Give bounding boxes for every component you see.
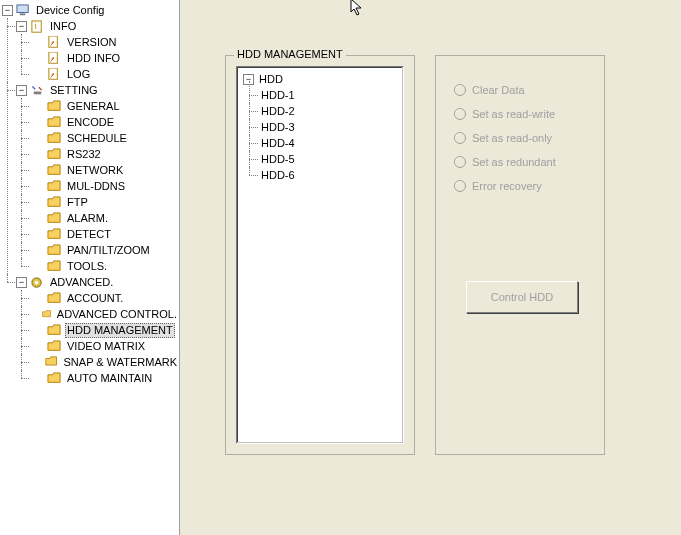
app-root: − Device Config − i (0, 0, 681, 535)
svg-rect-0 (17, 5, 28, 13)
hdd-leaf[interactable]: HDD-6 (259, 167, 399, 183)
hdd-leaf[interactable]: HDD-1 (259, 87, 399, 103)
radio-icon (454, 180, 466, 192)
tree-leaf[interactable]: MUL-DDNS (30, 178, 179, 194)
tree-leaf[interactable]: TOOLS. (30, 258, 179, 274)
action-radio[interactable]: Clear Data (454, 84, 604, 96)
tree-node-info[interactable]: − i INFO (16, 18, 179, 34)
info-icon: i (30, 20, 45, 32)
hdd-leaf[interactable]: HDD-4 (259, 135, 399, 151)
spacer (30, 325, 44, 336)
tree-leaf[interactable]: NETWORK (30, 162, 179, 178)
hdd-label: HDD-3 (259, 121, 297, 133)
collapse-icon[interactable]: − (16, 85, 27, 96)
action-radio[interactable]: Set as read-only (454, 132, 604, 144)
tree-leaf[interactable]: ACCOUNT. (30, 290, 179, 306)
radio-label: Set as read-write (472, 108, 555, 120)
tree-leaf[interactable]: AUTO MAINTAIN (30, 370, 179, 386)
radio-icon (454, 84, 466, 96)
tree-label: FTP (65, 196, 90, 208)
content-pane: HDD MANAGEMENT − HDD HDD-1 HDD-2 (180, 0, 681, 535)
folder-icon (47, 212, 62, 224)
radio-icon (454, 132, 466, 144)
tree-leaf[interactable]: RS232 (30, 146, 179, 162)
tree-children-setting: GENERAL ENCODE SCHEDULE RS232 (16, 98, 179, 274)
hdd-leaf[interactable]: HDD-5 (259, 151, 399, 167)
nav-tree[interactable]: − Device Config − i (0, 2, 179, 386)
tree-leaf[interactable]: VERSION (30, 34, 179, 50)
tree-label: DETECT (65, 228, 113, 240)
spacer (30, 133, 44, 144)
tree-leaf[interactable]: SCHEDULE (30, 130, 179, 146)
hdd-leaf[interactable]: HDD-2 (259, 103, 399, 119)
tree-label: HDD INFO (65, 52, 122, 64)
svg-point-9 (35, 281, 39, 285)
hdd-root-node[interactable]: − HDD (243, 71, 399, 87)
collapse-icon[interactable]: − (2, 5, 13, 16)
spacer (30, 117, 44, 128)
collapse-icon[interactable]: − (16, 277, 27, 288)
button-label: Control HDD (491, 291, 553, 303)
tree-label: GENERAL (65, 100, 122, 112)
tree-leaf[interactable]: HDD MANAGEMENT (30, 322, 179, 338)
tree-leaf[interactable]: LOG (30, 66, 179, 82)
folder-icon (47, 180, 62, 192)
folder-icon (47, 324, 62, 336)
nav-tree-pane: − Device Config − i (0, 0, 180, 535)
tree-node-advanced[interactable]: − ADVANCED. (16, 274, 179, 290)
action-radio[interactable]: Error recovery (454, 180, 604, 192)
tree-node-setting[interactable]: − SETTING (16, 82, 179, 98)
folder-icon (47, 260, 62, 272)
tree-leaf[interactable]: VIDEO MATRIX (30, 338, 179, 354)
spacer (30, 309, 39, 320)
tree-root-device-config[interactable]: − Device Config (2, 2, 179, 18)
tree-leaf[interactable]: ALARM. (30, 210, 179, 226)
tree-label: HDD MANAGEMENT (65, 323, 175, 338)
tree-leaf[interactable]: ADVANCED CONTROL. (30, 306, 179, 322)
folder-icon (47, 164, 62, 176)
control-hdd-button[interactable]: Control HDD (466, 281, 578, 313)
spacer (30, 101, 44, 112)
spacer (30, 341, 44, 352)
tree-label: VIDEO MATRIX (65, 340, 147, 352)
spacer (30, 37, 44, 48)
spacer (30, 213, 44, 224)
action-radio[interactable]: Set as read-write (454, 108, 604, 120)
hdd-children: HDD-1 HDD-2 HDD-3 HDD-4 HDD-5 HDD-6 (243, 87, 399, 183)
tree-label: ALARM. (65, 212, 110, 224)
collapse-icon[interactable]: − (16, 21, 27, 32)
folder-icon (47, 340, 62, 352)
hdd-label: HDD-4 (259, 137, 297, 149)
groupbox-actions: Clear Data Set as read-write Set as read… (435, 55, 605, 455)
hdd-leaf[interactable]: HDD-3 (259, 119, 399, 135)
spacer (30, 181, 44, 192)
hdd-tree[interactable]: − HDD HDD-1 HDD-2 HDD-3 HDD-4 HDD-5 (241, 71, 399, 183)
tree-leaf[interactable]: PAN/TILT/ZOOM (30, 242, 179, 258)
tree-leaf[interactable]: FTP (30, 194, 179, 210)
hdd-label: HDD-5 (259, 153, 297, 165)
tree-leaf[interactable]: GENERAL (30, 98, 179, 114)
hdd-label: HDD-6 (259, 169, 297, 181)
cursor-icon (350, 0, 366, 22)
folder-icon (47, 372, 62, 384)
tree-leaf[interactable]: ENCODE (30, 114, 179, 130)
tree-leaf[interactable]: DETECT (30, 226, 179, 242)
tree-label: Device Config (34, 4, 106, 16)
tree-label: INFO (48, 20, 78, 32)
tree-leaf[interactable]: SNAP & WATERMARK (30, 354, 179, 370)
spacer (30, 293, 44, 304)
folder-icon (47, 292, 62, 304)
tree-label: PAN/TILT/ZOOM (65, 244, 152, 256)
tree-children-advanced: ACCOUNT. ADVANCED CONTROL. HDD MANAGEMEN… (16, 290, 179, 386)
spacer (30, 53, 44, 64)
hdd-label: HDD (257, 73, 285, 85)
action-radio[interactable]: Set as redundant (454, 156, 604, 168)
tools-icon (30, 84, 45, 96)
folder-icon (47, 132, 62, 144)
folder-icon (45, 356, 58, 368)
tree-leaf[interactable]: HDD INFO (30, 50, 179, 66)
tree-label: SNAP & WATERMARK (62, 356, 179, 368)
tree-label: ENCODE (65, 116, 116, 128)
radio-label: Set as read-only (472, 132, 552, 144)
folder-icon (47, 196, 62, 208)
